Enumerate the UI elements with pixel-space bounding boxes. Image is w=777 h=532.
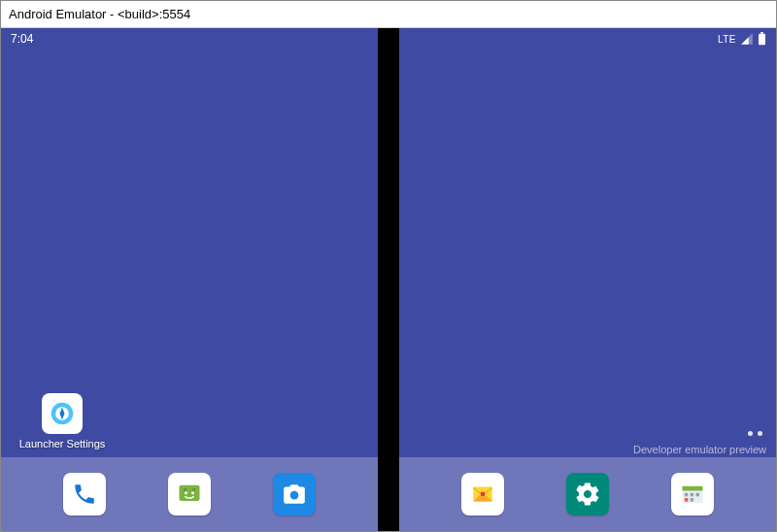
- page-indicator[interactable]: [748, 431, 762, 436]
- svg-rect-8: [759, 34, 765, 45]
- settings-app[interactable]: [566, 473, 609, 515]
- window-title-bar: Android Emulator - <build>:5554: [1, 1, 776, 28]
- page-dot: [758, 431, 762, 436]
- svg-point-7: [290, 491, 299, 500]
- mail-app[interactable]: [461, 473, 504, 515]
- launcher-settings-icon: [42, 393, 83, 434]
- svg-rect-9: [760, 32, 763, 34]
- window-title-text: Android Emulator - <build>:5554: [9, 7, 190, 21]
- launcher-settings-label: Launcher Settings: [18, 438, 106, 449]
- home-content-right[interactable]: Developer emulator preview: [399, 50, 776, 457]
- launcher-settings-shortcut[interactable]: Launcher Settings: [18, 393, 106, 449]
- left-screen[interactable]: 7:04 Launcher Settings: [1, 28, 378, 531]
- camera-icon: [282, 482, 307, 507]
- svg-rect-14: [685, 493, 689, 497]
- svg-rect-6: [193, 488, 195, 490]
- status-time: 7:04: [11, 32, 33, 46]
- svg-rect-5: [184, 488, 186, 490]
- svg-rect-13: [683, 486, 703, 491]
- mail-icon: [470, 482, 495, 507]
- page-dot: [748, 431, 753, 436]
- right-screen[interactable]: LTE Developer emulator preview: [399, 28, 776, 531]
- network-label: LTE: [718, 34, 736, 45]
- dock-right: [399, 457, 776, 531]
- home-content-left[interactable]: Launcher Settings: [1, 50, 378, 457]
- calendar-icon: [679, 481, 706, 508]
- phone-icon: [72, 482, 97, 507]
- status-bar-left[interactable]: 7:04: [1, 28, 378, 50]
- signal-icon: [740, 32, 754, 46]
- messages-app[interactable]: [168, 473, 211, 515]
- svg-rect-15: [691, 493, 694, 497]
- messages-icon: [176, 481, 203, 508]
- device-hinge: [378, 28, 399, 531]
- calendar-app[interactable]: [671, 473, 714, 515]
- svg-rect-16: [696, 493, 700, 497]
- svg-point-11: [481, 492, 486, 497]
- dock-left: [1, 457, 378, 531]
- status-bar-right[interactable]: LTE: [399, 28, 776, 50]
- camera-app[interactable]: [273, 473, 316, 515]
- svg-rect-17: [685, 498, 689, 502]
- phone-app[interactable]: [63, 473, 106, 515]
- emulator-viewport: 7:04 Launcher Settings: [1, 28, 776, 531]
- svg-rect-18: [691, 498, 694, 502]
- gear-icon: [574, 481, 601, 508]
- battery-icon: [758, 32, 766, 46]
- preview-label: Developer emulator preview: [633, 444, 766, 455]
- svg-point-4: [191, 491, 194, 494]
- svg-point-3: [185, 491, 187, 494]
